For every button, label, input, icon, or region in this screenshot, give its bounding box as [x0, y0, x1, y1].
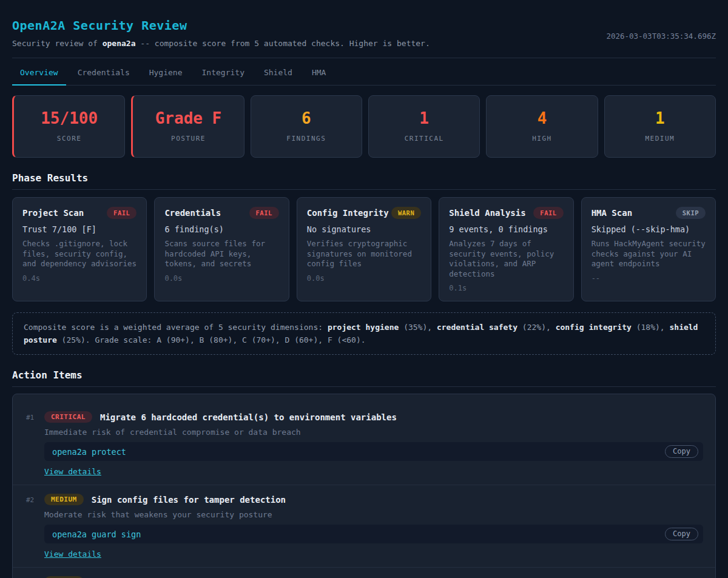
view-details-link[interactable]: View details	[44, 549, 101, 559]
phase-title: Shield Analysis	[449, 208, 525, 218]
action-items-panel: #1 CRITICAL Migrate 6 hardcoded credenti…	[12, 394, 716, 578]
page-title: OpenA2A Security Review	[12, 18, 430, 33]
phase-title: Credentials	[164, 208, 221, 218]
tab-shield[interactable]: Shield	[256, 58, 300, 86]
status-badge: FAIL	[249, 207, 279, 219]
high-card: 4 HIGH	[486, 95, 598, 158]
phase-description: Analyzes 7 days of security events, poli…	[449, 239, 563, 279]
command-text: opena2a guard sign	[52, 529, 141, 539]
action-item-title: Migrate 6 hardcoded credential(s) to env…	[100, 412, 397, 422]
posture-label: POSTURE	[139, 135, 237, 143]
tab-credentials[interactable]: Credentials	[70, 58, 138, 86]
subtitle-prefix: Security review of	[12, 39, 103, 48]
phase-card-config-integrity: Config Integrity WARN No signatures Veri…	[297, 197, 431, 301]
phase-value: 9 events, 0 findings	[449, 224, 563, 234]
page-subtitle: Security review of opena2a -- composite …	[12, 39, 430, 48]
page-header: OpenA2A Security Review Security review …	[12, 0, 716, 58]
phase-description: Scans source files for hardcoded API key…	[164, 239, 278, 269]
phase-description: Verifies cryptographic signatures on mon…	[307, 239, 421, 269]
command-text: opena2a protect	[52, 447, 126, 457]
note-text: (18%),	[632, 323, 670, 332]
header-text: OpenA2A Security Review Security review …	[12, 18, 430, 48]
phase-card-shield-analysis: Shield Analysis FAIL 9 events, 0 finding…	[439, 197, 573, 301]
view-details-link[interactable]: View details	[44, 467, 101, 476]
action-items-heading: Action Items	[12, 369, 716, 387]
tab-overview[interactable]: Overview	[12, 58, 66, 86]
note-text: Composite score is a weighted average of…	[24, 323, 328, 332]
phase-duration: 0.0s	[307, 274, 421, 283]
phase-card-hma-scan: HMA Scan SKIP Skipped (--skip-hma) Runs …	[581, 197, 716, 301]
action-item-number: #2	[26, 494, 44, 559]
critical-card: 1 CRITICAL	[368, 95, 480, 158]
phase-duration: --	[592, 274, 706, 283]
command-box: opena2a protect Copy	[44, 442, 703, 461]
subtitle-suffix: -- composite score from 5 automated chec…	[136, 39, 430, 48]
phase-title: Config Integrity	[307, 208, 389, 218]
status-badge: FAIL	[533, 207, 563, 219]
summary-cards-row: 15/100 SCORE Grade F POSTURE 6 FINDINGS …	[12, 95, 716, 158]
action-item-3: #3 MEDIUM Initialize Shield security pol…	[13, 567, 715, 578]
phase-duration: 0.0s	[164, 274, 278, 283]
command-box: opena2a guard sign Copy	[44, 525, 703, 543]
medium-value: 1	[611, 109, 709, 127]
phase-description: Runs HackMyAgent security checks against…	[592, 239, 706, 269]
note-bold-hygiene: project hygiene	[328, 323, 399, 332]
phase-card-project-scan: Project Scan FAIL Trust 7/100 [F] Checks…	[12, 197, 147, 301]
phase-value: Skipped (--skip-hma)	[592, 224, 706, 234]
action-item-number: #1	[26, 411, 44, 477]
tab-hma[interactable]: HMA	[304, 58, 334, 86]
tab-hygiene[interactable]: Hygiene	[141, 58, 190, 86]
phase-results-heading: Phase Results	[12, 172, 716, 190]
action-item-title: Sign config files for tamper detection	[92, 495, 286, 505]
phase-description: Checks .gitignore, lock files, security …	[22, 239, 136, 269]
findings-label: FINDINGS	[257, 135, 356, 143]
high-value: 4	[493, 109, 591, 127]
posture-card: Grade F POSTURE	[131, 95, 244, 158]
copy-button[interactable]: Copy	[665, 528, 698, 540]
severity-badge: CRITICAL	[44, 411, 92, 423]
score-value: 15/100	[20, 109, 118, 127]
composite-score-note: Composite score is a weighted average of…	[12, 312, 716, 355]
medium-card: 1 MEDIUM	[604, 95, 716, 158]
note-text: (25%). Grade scale: A (90+), B (80+), C …	[57, 335, 366, 344]
note-bold-credential: credential safety	[437, 323, 517, 332]
phase-value: No signatures	[307, 224, 421, 234]
critical-label: CRITICAL	[375, 135, 473, 143]
phase-card-credentials: Credentials FAIL 6 finding(s) Scans sour…	[154, 197, 289, 301]
action-item-description: Moderate risk that weakens your security…	[44, 510, 703, 519]
status-badge: WARN	[391, 207, 421, 219]
severity-badge: MEDIUM	[44, 494, 84, 505]
phase-title: Project Scan	[22, 208, 84, 218]
subtitle-target-name: opena2a	[103, 39, 136, 48]
copy-button[interactable]: Copy	[665, 445, 698, 458]
status-badge: FAIL	[107, 207, 136, 219]
phase-duration: 0.4s	[22, 274, 136, 283]
critical-value: 1	[375, 109, 473, 127]
status-badge: SKIP	[676, 207, 706, 219]
posture-value: Grade F	[139, 109, 237, 127]
phase-value: 6 finding(s)	[164, 224, 278, 234]
score-card: 15/100 SCORE	[12, 95, 125, 158]
phase-value: Trust 7/100 [F]	[22, 224, 136, 234]
findings-value: 6	[257, 109, 356, 127]
action-item-description: Immediate risk of credential compromise …	[44, 428, 703, 437]
medium-label: MEDIUM	[611, 135, 709, 143]
action-item-2: #2 MEDIUM Sign config files for tamper d…	[13, 485, 715, 567]
phase-title: HMA Scan	[592, 208, 632, 218]
high-label: HIGH	[493, 135, 591, 143]
tab-integrity[interactable]: Integrity	[194, 58, 252, 86]
tab-bar: Overview Credentials Hygiene Integrity S…	[12, 58, 716, 86]
phase-cards-row: Project Scan FAIL Trust 7/100 [F] Checks…	[12, 197, 716, 301]
note-bold-config: config integrity	[556, 323, 632, 332]
action-item-1: #1 CRITICAL Migrate 6 hardcoded credenti…	[13, 403, 715, 485]
phase-duration: 0.1s	[449, 284, 563, 292]
note-text: (35%),	[399, 323, 437, 332]
report-timestamp: 2026-03-03T03:35:34.696Z	[606, 32, 716, 41]
note-text: (22%),	[517, 323, 556, 332]
findings-card: 6 FINDINGS	[251, 95, 362, 158]
score-label: SCORE	[20, 135, 118, 143]
